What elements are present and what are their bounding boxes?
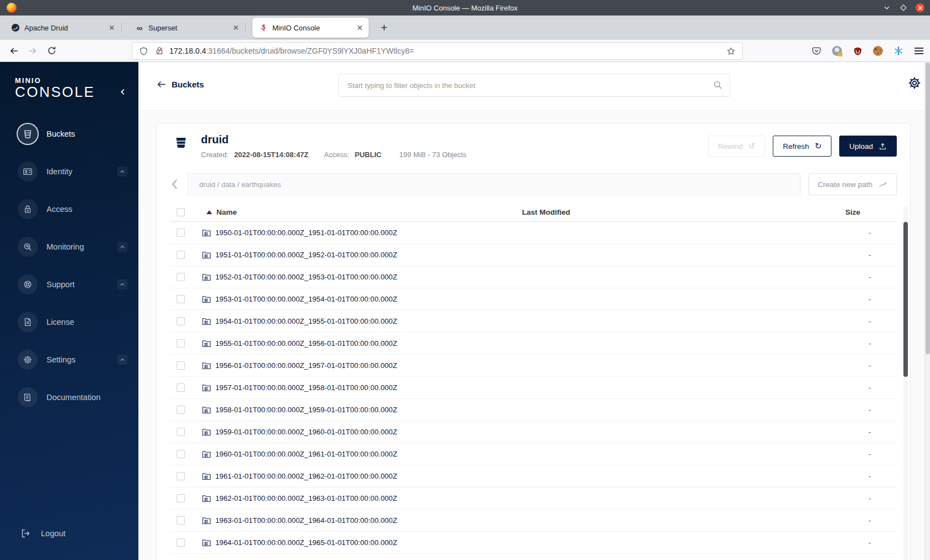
sidebar-item-logout[interactable]: Logout [0,520,138,547]
create-new-path-button[interactable]: Create new path [808,173,897,195]
tab-apache-druid[interactable]: Apache Druid [4,18,121,38]
upload-icon [879,142,887,151]
sidebar-item-license[interactable]: License [0,303,138,341]
chevron-up-icon[interactable] [117,167,127,177]
new-tab-button[interactable]: + [376,21,392,34]
select-all-checkbox[interactable] [177,208,185,216]
row-checkbox[interactable] [177,383,185,392]
account-extension-icon[interactable] [831,45,843,56]
table-row[interactable]: 1957-01-01T00:00:00.000Z_1958-01-01T00:0… [170,377,897,399]
row-checkbox[interactable] [177,406,185,414]
tab-close-icon[interactable] [355,23,364,32]
table-row[interactable]: 1951-01-01T00:00:00.000Z_1952-01-01T00:0… [170,244,897,266]
table-row[interactable]: 1958-01-01T00:00:00.000Z_1959-01-01T00:0… [170,399,897,421]
sidebar-item-access[interactable]: Access [0,190,138,228]
filter-objects-input[interactable] [338,74,730,97]
back-button[interactable] [4,43,23,59]
table-row[interactable]: 1962-01-01T00:00:00.000Z_1963-01-01T00:0… [170,488,897,510]
tracking-shield-icon[interactable] [139,46,148,56]
upload-button[interactable]: Upload [839,136,897,157]
menu-hamburger-icon[interactable] [913,45,924,56]
url-bar[interactable]: 172.18.0.4:31664/buckets/druid/browse/ZG… [132,42,743,60]
page-scrollbar-thumb[interactable] [926,63,930,354]
breadcrumb[interactable]: druid / data / earthquakes [188,173,800,195]
druid-favicon-icon [11,23,20,32]
column-header-last-modified[interactable]: Last Modified [519,208,840,216]
row-checkbox[interactable] [177,428,185,436]
column-header-name[interactable]: Name [216,208,237,216]
object-size: - [840,428,897,436]
table-row[interactable]: 1961-01-01T00:00:00.000Z_1962-01-01T00:0… [170,465,897,488]
monitoring-icon [18,237,38,257]
ublock-extension-icon[interactable] [852,45,863,56]
table-row[interactable]: 1950-01-01T00:00:00.000Z_1951-01-01T00:0… [170,222,897,244]
window-maximize-button[interactable] [899,3,908,12]
column-header-size[interactable]: Size [840,208,897,216]
window-close-button[interactable] [916,3,924,12]
table-row[interactable]: 1960-01-01T00:00:00.000Z_1961-01-01T00:0… [170,443,897,465]
tab-superset[interactable]: ∞ Superset [128,18,245,38]
sidebar-collapse-icon[interactable] [118,87,127,96]
row-checkbox[interactable] [177,538,185,547]
chevron-up-icon[interactable] [117,242,127,252]
sidebar-item-documentation[interactable]: Documentation [0,378,138,416]
window-minimize-button[interactable] [882,3,891,12]
rewind-button[interactable]: Rewind ↺ [708,136,766,157]
row-checkbox[interactable] [177,472,185,480]
table-header-row: Name Last Modified Size [170,203,897,222]
bucket-icon [174,136,188,159]
prefix-folder-icon [202,383,211,392]
row-checkbox[interactable] [177,317,185,325]
table-row[interactable]: 1956-01-01T00:00:00.000Z_1957-01-01T00:0… [170,355,897,377]
row-checkbox[interactable] [177,229,185,237]
row-checkbox[interactable] [177,339,185,348]
insecure-lock-icon[interactable] [155,46,164,55]
refresh-button[interactable]: Refresh ↻ [773,136,831,157]
row-checkbox[interactable] [177,516,185,525]
sidebar-item-monitoring[interactable]: Monitoring [0,228,138,266]
row-checkbox[interactable] [177,494,185,502]
sidebar-item-identity[interactable]: Identity [0,153,138,190]
identity-icon [18,162,38,182]
console-settings-gear-icon[interactable] [907,75,922,91]
table-row[interactable]: 1959-01-01T00:00:00.000Z_1960-01-01T00:0… [170,421,897,443]
reload-button[interactable] [42,43,61,59]
back-to-buckets-link[interactable]: Buckets [157,80,204,89]
row-checkbox[interactable] [177,450,185,458]
table-row[interactable]: 1952-01-01T00:00:00.000Z_1953-01-01T00:0… [170,266,897,288]
row-checkbox[interactable] [177,295,185,303]
sidebar-item-support[interactable]: Support [0,266,138,303]
row-checkbox[interactable] [177,273,185,281]
cookie-extension-icon[interactable] [872,45,884,56]
prefix-folder-icon [202,428,211,436]
table-row[interactable]: 1965-01-01T00:00:00.000Z_1966-01-01T00:0… [170,554,897,560]
table-row[interactable]: 1964-01-01T00:00:00.000Z_1965-01-01T00:0… [170,532,897,554]
object-name: 1956-01-01T00:00:00.000Z_1957-01-01T00:0… [215,361,397,370]
bookmark-star-icon[interactable] [726,46,736,56]
object-size: - [840,538,897,547]
tab-close-icon[interactable] [107,23,116,32]
tab-close-icon[interactable] [231,23,240,32]
created-value: 2022-08-15T14:08:47Z [234,151,308,159]
tab-minio-console[interactable]: MinIO Console [252,18,369,38]
page-scrollbar-track[interactable] [924,62,930,560]
multi-account-containers-icon[interactable] [893,45,904,56]
row-checkbox[interactable] [177,251,185,259]
table-row[interactable]: 1954-01-01T00:00:00.000Z_1955-01-01T00:0… [170,310,897,333]
row-checkbox[interactable] [177,361,185,370]
table-row[interactable]: 1963-01-01T00:00:00.000Z_1964-01-01T00:0… [170,510,897,532]
sidebar-item-buckets[interactable]: Buckets [0,115,138,153]
object-name: 1954-01-01T00:00:00.000Z_1955-01-01T00:0… [215,317,397,325]
chevron-up-icon[interactable] [117,279,127,289]
forward-button[interactable] [23,43,42,59]
table-row[interactable]: 1953-01-01T00:00:00.000Z_1954-01-01T00:0… [170,288,897,310]
table-row[interactable]: 1955-01-01T00:00:00.000Z_1956-01-01T00:0… [170,333,897,355]
table-scrollbar-thumb[interactable] [903,222,908,377]
object-name: 1950-01-01T00:00:00.000Z_1951-01-01T00:0… [215,229,397,237]
chevron-up-icon[interactable] [117,355,127,365]
pocket-icon[interactable] [811,45,822,56]
path-back-chevron-icon[interactable] [170,178,184,190]
sort-ascending-icon[interactable] [206,210,212,214]
tab-label: MinIO Console [272,24,351,32]
sidebar-item-settings[interactable]: Settings [0,341,138,378]
